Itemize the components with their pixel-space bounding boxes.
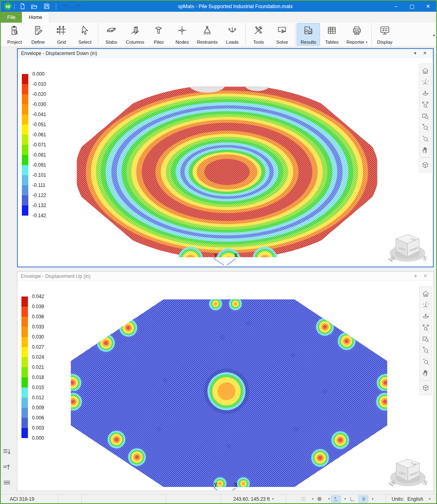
zoom-out-icon: [422, 358, 430, 366]
results-icon: [303, 25, 314, 36]
legend-tick-label: -0.142: [32, 213, 46, 218]
restraints-icon: [202, 25, 212, 36]
undo-button[interactable]: [60, 2, 71, 11]
ribbon-button-solve[interactable]: Solve: [270, 23, 294, 46]
chevron-down-icon[interactable]: ▾: [272, 497, 274, 501]
zoom-out-button[interactable]: [420, 133, 431, 144]
panel-header: Envelope - Displacement Down (in) ▾ ✕: [18, 49, 433, 58]
rotate-icon: [422, 312, 430, 320]
home-button[interactable]: [420, 65, 431, 76]
ribbon-overflow-arrow[interactable]: ▸: [433, 32, 435, 37]
legend-color-box: [21, 418, 28, 428]
chevron-down-icon[interactable]: ▾: [429, 497, 431, 501]
slabs-icon: [106, 25, 117, 36]
zoom-extents-button[interactable]: [420, 99, 431, 110]
ribbon-button-select[interactable]: Select: [73, 23, 97, 46]
ribbon-button-label: Columns: [126, 40, 144, 44]
ribbon-button-project[interactable]: Project: [3, 23, 26, 46]
panel-menu-caret[interactable]: ▾: [411, 273, 420, 279]
legend-color-box: [21, 398, 28, 408]
zoom-in-button[interactable]: [420, 345, 431, 356]
axes-icon: [422, 301, 430, 309]
chevron-down-icon[interactable]: ▾: [366, 40, 367, 44]
home-button[interactable]: [420, 288, 431, 299]
zoom-extents-button[interactable]: [420, 322, 431, 333]
legend-color-box: [21, 377, 28, 388]
ribbon-button-slabs[interactable]: Slabs: [100, 23, 123, 46]
tab-home[interactable]: Home: [22, 12, 49, 23]
save-file-button[interactable]: [41, 2, 52, 11]
ribbon-button-tools[interactable]: Tools: [247, 23, 270, 46]
ribbon-button-piles[interactable]: Piles: [147, 23, 170, 46]
ribbon-button-tables[interactable]: Tables: [320, 23, 344, 46]
ribbon-button-grid[interactable]: Grid: [50, 23, 73, 46]
magnet-toggle[interactable]: [359, 496, 368, 503]
coordinates-display[interactable]: 243.60, 145.23 ft ▾: [221, 495, 286, 503]
legend-tick-label: -0.061: [32, 132, 46, 138]
axis-triad: y x: [208, 481, 242, 490]
tab-file[interactable]: File: [1, 12, 22, 23]
rotate-button[interactable]: [420, 311, 431, 322]
panel-menu-caret[interactable]: ▾: [410, 51, 420, 56]
ribbon-button-label: Reporter▾: [346, 40, 367, 44]
legend-tick-label: -0.010: [32, 81, 46, 87]
axes-button[interactable]: [420, 76, 431, 88]
open-file-button[interactable]: [29, 2, 40, 11]
scroll-report-up-button[interactable]: [2, 463, 11, 473]
view-cube[interactable]: TOP LEFT FRONT W S: [388, 232, 428, 264]
zoom-window-button[interactable]: [420, 333, 431, 345]
units-selector[interactable]: Units: English ▾: [386, 495, 436, 503]
cube-button[interactable]: [420, 382, 431, 394]
zoom-window-button[interactable]: [420, 110, 431, 122]
legend-color-box: [22, 135, 28, 145]
ribbon-button-results[interactable]: Results: [297, 23, 320, 46]
home-icon: [421, 67, 429, 75]
legend-color-box: [22, 145, 28, 155]
ribbon-button-label: Define: [31, 40, 45, 44]
report-list-button[interactable]: [2, 478, 11, 489]
pan-button[interactable]: [420, 367, 431, 379]
ribbon-button-restraints[interactable]: Restraints: [194, 23, 221, 46]
close-button[interactable]: ✕: [420, 1, 436, 12]
legend-color-box: [21, 347, 28, 357]
legend-color-box: [21, 317, 28, 327]
axes-button[interactable]: [420, 299, 431, 311]
chevron-down-icon[interactable]: ▾: [344, 497, 346, 501]
maximize-button[interactable]: ▢: [404, 1, 420, 12]
legend-tick-label: -0.041: [32, 112, 46, 117]
ribbon-button-loads[interactable]: Loads: [221, 23, 244, 46]
ribbon-button-display[interactable]: Display: [373, 23, 397, 46]
ribbon-button-columns[interactable]: Columns: [123, 23, 147, 46]
chevron-down-icon[interactable]: ▾: [312, 497, 314, 501]
line-grid-toggle[interactable]: [315, 496, 325, 503]
ribbon-button-nodes[interactable]: Nodes: [170, 23, 194, 46]
minimize-button[interactable]: –: [388, 1, 404, 12]
zoom-out-button[interactable]: [420, 356, 431, 367]
contour-plot-displacement-up[interactable]: [69, 299, 389, 488]
chevron-down-icon[interactable]: ▾: [372, 497, 373, 501]
define-icon: [33, 25, 43, 36]
panel-close-icon[interactable]: ✕: [420, 51, 430, 56]
scroll-report-down-button[interactable]: [2, 447, 11, 458]
legend-tick-label: 0.000: [32, 71, 45, 77]
pan-button[interactable]: [420, 144, 431, 156]
ribbon-button-define[interactable]: Define: [26, 23, 50, 46]
ribbon-button-label: Tools: [253, 40, 264, 44]
ribbon-button-reporter[interactable]: Reporter▾: [344, 23, 370, 46]
new-file-button[interactable]: [17, 2, 28, 11]
contour-plot-displacement-down[interactable]: [75, 85, 379, 259]
point-grid-toggle[interactable]: [299, 496, 308, 503]
legend-color-box: [21, 337, 28, 347]
units-label: Units:: [392, 496, 404, 502]
chevron-down-icon[interactable]: ▾: [328, 497, 330, 501]
ortho-toggle[interactable]: [347, 496, 357, 503]
snap-toggle[interactable]: [331, 496, 341, 503]
view-cube[interactable]: TOP LEFT FRONT W S: [388, 456, 429, 489]
panel-close-icon[interactable]: ✕: [420, 273, 430, 279]
zoom-extents-icon: [421, 101, 429, 109]
rotate-button[interactable]: [420, 88, 431, 99]
redo-button[interactable]: [72, 2, 83, 11]
legend-tick-label: 0.039: [32, 304, 44, 309]
zoom-in-button[interactable]: [420, 122, 431, 133]
cube-button[interactable]: [420, 159, 431, 171]
